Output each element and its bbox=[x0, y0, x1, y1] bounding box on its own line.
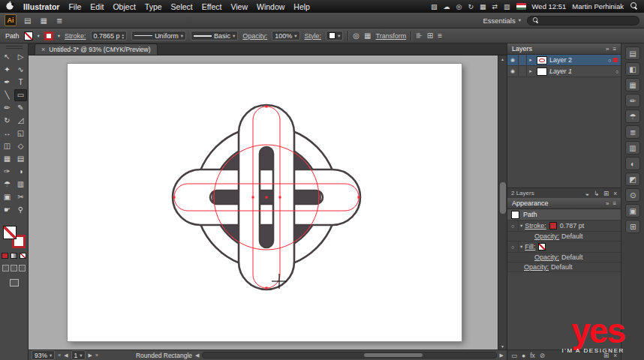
toolbar-grip[interactable] bbox=[6, 46, 23, 49]
stroke-opacity-row[interactable]: Opacity: Default bbox=[507, 232, 621, 242]
new-layer-icon[interactable]: ⊞ bbox=[603, 190, 609, 197]
horizontal-scroll-thumb[interactable] bbox=[364, 353, 423, 357]
rotate-tool[interactable]: ↻ bbox=[1, 115, 14, 127]
disclosure-triangle-icon[interactable]: ▾ bbox=[520, 244, 522, 250]
menu-item-object[interactable]: Object bbox=[113, 2, 135, 11]
mesh-tool[interactable]: ▦ bbox=[1, 153, 14, 165]
layer-name[interactable]: Layer 2 bbox=[549, 56, 608, 64]
document-tab[interactable]: × Untitled-3* @ 93% (CMYK/Preview) bbox=[35, 44, 158, 55]
clear-appearance-icon[interactable]: ⊘ bbox=[540, 352, 545, 359]
layers-panel-header[interactable]: Layers » ≡ bbox=[507, 44, 621, 55]
stroke-color-swatch[interactable] bbox=[549, 222, 557, 230]
fill-row-label[interactable]: Fill: bbox=[525, 243, 535, 250]
screen-mode-button[interactable] bbox=[10, 279, 19, 286]
collapse-panel-icon[interactable]: » bbox=[606, 200, 609, 207]
cloud-icon[interactable]: ☁ bbox=[444, 3, 450, 10]
menu-item-illustrator[interactable]: Illustrator bbox=[23, 2, 59, 11]
menu-grid-icon[interactable]: ≣ bbox=[55, 16, 64, 25]
stroke-panel-icon[interactable]: ≣ bbox=[625, 125, 640, 139]
appearance-path-row[interactable]: Path bbox=[507, 209, 621, 220]
zoom-tool[interactable]: ⚲ bbox=[14, 204, 27, 216]
menu-item-edit[interactable]: Edit bbox=[90, 2, 104, 11]
stroke-weight-stepper[interactable]: ▴ ▾ bbox=[122, 33, 125, 39]
gradient-button[interactable] bbox=[11, 253, 17, 259]
scale-tool[interactable]: ◿ bbox=[14, 115, 27, 127]
menubar-clock[interactable]: Wed 12:51 bbox=[532, 2, 567, 10]
none-button[interactable] bbox=[20, 253, 26, 259]
navigator-panel-icon[interactable]: ⊞ bbox=[625, 220, 640, 233]
rectangle-tool[interactable]: ▭ bbox=[14, 89, 27, 101]
panel-menu-icon[interactable]: ≡ bbox=[613, 46, 617, 52]
color-guide-panel-icon[interactable]: ◧ bbox=[625, 62, 640, 76]
make-clipping-mask-icon[interactable]: ◒ bbox=[585, 190, 589, 197]
scroll-left-icon[interactable]: ◀ bbox=[195, 352, 199, 358]
gradient-tool[interactable]: ▤ bbox=[14, 153, 27, 165]
airplay-icon[interactable]: ⇄ bbox=[492, 3, 498, 10]
artboard-tool[interactable]: ▣ bbox=[1, 191, 14, 203]
lasso-tool[interactable]: ∿ bbox=[14, 64, 27, 76]
pen-tool[interactable]: ✒ bbox=[1, 76, 14, 88]
apple-menu[interactable] bbox=[6, 1, 14, 12]
layer-row-2[interactable]: ◉ ▸ Layer 2 ○ bbox=[507, 55, 621, 66]
appearance-stroke-row[interactable]: ○ ▾ Stroke: 0.787 pt bbox=[507, 220, 621, 232]
menu-item-effect[interactable]: Effect bbox=[202, 2, 222, 11]
fill-color-indicator[interactable] bbox=[3, 226, 17, 239]
scroll-down-icon[interactable]: ▾ bbox=[498, 344, 507, 349]
new-sublayer-icon[interactable]: ↳ bbox=[594, 190, 599, 197]
path-opacity-row[interactable]: Opacity: Default bbox=[507, 262, 621, 272]
opacity-field[interactable]: 100% ▾ bbox=[272, 31, 299, 40]
blend-tool[interactable]: ◑ bbox=[14, 166, 27, 178]
free-transform-tool[interactable]: ◱ bbox=[14, 128, 27, 140]
canvas[interactable]: ▴ ▾ bbox=[29, 56, 507, 350]
line-segment-tool[interactable]: ╲ bbox=[1, 89, 14, 101]
layout-icon[interactable]: ▦ bbox=[38, 16, 48, 25]
scroll-up-icon[interactable]: ▴ bbox=[498, 56, 507, 62]
collapse-panel-icon[interactable]: » bbox=[606, 46, 609, 52]
draw-normal-button[interactable] bbox=[2, 265, 9, 272]
brush-definition-dropdown[interactable]: Basic ▾ bbox=[191, 31, 238, 40]
swatches-panel-icon[interactable]: ▦ bbox=[625, 78, 640, 92]
visibility-eye-icon[interactable]: ○ bbox=[507, 242, 519, 252]
close-tab-icon[interactable]: × bbox=[41, 46, 45, 53]
transparency-panel-icon[interactable]: ◐ bbox=[625, 157, 640, 170]
artboard-navigation-dropdown[interactable]: 1 ▾ bbox=[71, 350, 86, 360]
eyedropper-tool[interactable]: ✑ bbox=[1, 166, 14, 178]
layer-thumbnail[interactable] bbox=[537, 56, 547, 64]
layer-thumbnail[interactable] bbox=[537, 68, 547, 76]
fill-chevron-icon[interactable]: ▾ bbox=[38, 33, 40, 39]
links-panel-icon[interactable]: ⊙ bbox=[625, 188, 640, 202]
menu-item-window[interactable]: Window bbox=[257, 2, 284, 11]
vertical-scroll-thumb[interactable] bbox=[500, 182, 506, 214]
variable-width-dropdown[interactable]: Uniform ▾ bbox=[131, 31, 186, 40]
stroke-chevron-icon[interactable]: ▾ bbox=[58, 33, 60, 39]
slice-tool[interactable]: ✂ bbox=[14, 191, 27, 203]
app-search-field[interactable] bbox=[527, 16, 639, 26]
horizontal-scrollbar[interactable] bbox=[202, 352, 496, 358]
opacity-link[interactable]: Opacity: bbox=[534, 232, 559, 240]
recolor-artwork-icon[interactable]: ◎ bbox=[353, 32, 360, 40]
width-tool[interactable]: ↔ bbox=[1, 128, 14, 140]
visibility-eye-icon[interactable]: ○ bbox=[507, 220, 519, 231]
graphic-styles-panel-icon[interactable]: ◩ bbox=[625, 172, 640, 186]
opacity-link[interactable]: Opacity: bbox=[242, 32, 267, 40]
screen-share-icon[interactable]: ▨ bbox=[431, 3, 438, 10]
disclosure-triangle-icon[interactable]: ▸ bbox=[527, 57, 534, 63]
disclosure-triangle-icon[interactable]: ▸ bbox=[527, 68, 534, 74]
panel-menu-icon[interactable]: ≡ bbox=[613, 200, 617, 207]
artboards-panel-icon[interactable]: ▣ bbox=[625, 204, 640, 218]
workspace-switcher[interactable]: Essentials ▾ bbox=[483, 16, 521, 25]
keyboard-icon[interactable]: ▦ bbox=[480, 3, 486, 10]
stroke-panel-link[interactable]: Stroke: bbox=[65, 32, 86, 40]
perspective-grid-tool[interactable]: ◇ bbox=[14, 140, 27, 152]
stroke-weight-value[interactable]: 0.787 pt bbox=[560, 222, 585, 230]
stepper-down-icon[interactable]: ▾ bbox=[122, 36, 125, 39]
hand-tool[interactable]: ☛ bbox=[1, 204, 14, 216]
app-search-input[interactable] bbox=[543, 16, 635, 24]
column-graph-tool[interactable]: ▥ bbox=[14, 178, 27, 190]
color-button[interactable] bbox=[2, 253, 8, 259]
visibility-eye-icon[interactable]: ◉ bbox=[507, 55, 519, 65]
fill-swatch[interactable] bbox=[24, 32, 33, 40]
input-language-flag-icon[interactable] bbox=[516, 3, 526, 10]
menu-item-view[interactable]: View bbox=[230, 2, 248, 11]
menu-item-file[interactable]: File bbox=[68, 2, 81, 11]
